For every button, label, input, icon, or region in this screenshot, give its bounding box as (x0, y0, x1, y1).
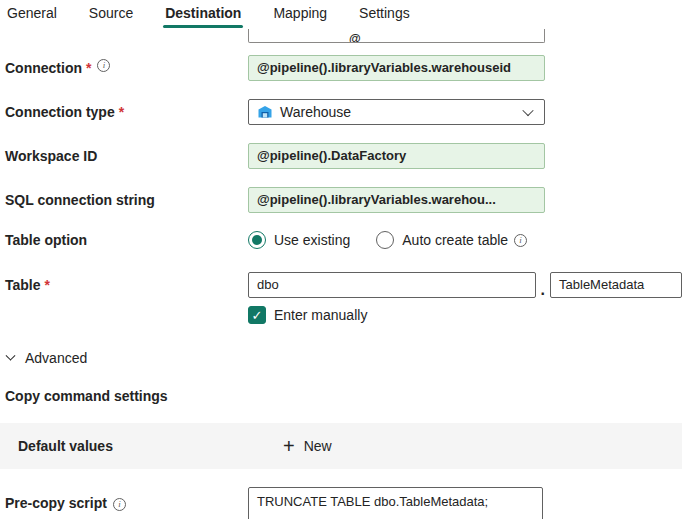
radio-use-existing-label: Use existing (274, 232, 350, 248)
connection-type-value: Warehouse (280, 104, 351, 120)
destination-form: Connection*i @pipeline().libraryVariable… (0, 55, 682, 519)
clipped-field-value: @ (349, 33, 361, 43)
row-sql-connection-string: SQL connection string @pipeline().librar… (0, 187, 682, 213)
chevron-down-icon (6, 350, 16, 360)
pre-copy-script-value: TRUNCATE TABLE dbo.TableMetadata; (257, 494, 488, 509)
new-button-label: New (304, 438, 332, 454)
tab-general[interactable]: General (5, 3, 59, 29)
workspace-id-value: @pipeline().DataFactory (257, 148, 406, 163)
plus-icon: + (283, 438, 295, 454)
tab-settings[interactable]: Settings (357, 3, 412, 29)
table-option-label: Table option (0, 232, 248, 248)
workspace-id-label: Workspace ID (0, 148, 248, 164)
required-asterisk: * (119, 104, 124, 120)
connection-input[interactable]: @pipeline().libraryVariables.warehouseid (248, 55, 545, 81)
advanced-label: Advanced (25, 350, 87, 366)
table-label: Table* (0, 277, 248, 293)
connection-type-label: Connection type* (0, 104, 248, 120)
radio-unselected-icon (376, 231, 394, 249)
connection-type-label-text: Connection type (5, 104, 115, 120)
radio-selected-icon (248, 231, 266, 249)
required-asterisk: * (86, 60, 91, 76)
table-name-value: TableMetadata (559, 277, 644, 292)
table-label-text: Table (5, 277, 41, 293)
sql-connection-string-value: @pipeline().libraryVariables.warehou... (257, 192, 496, 207)
new-button[interactable]: + New (283, 438, 332, 454)
chevron-down-icon (522, 105, 533, 116)
connection-value: @pipeline().libraryVariables.warehouseid (257, 60, 511, 75)
table-option-label-text: Table option (5, 232, 87, 248)
default-values-bar: Default values + New (0, 423, 682, 469)
copy-command-settings-heading: Copy command settings (5, 388, 682, 404)
row-table: Table* dbo . TableMetadata (0, 271, 682, 299)
workspace-id-input[interactable]: @pipeline().DataFactory (248, 143, 545, 169)
info-icon: i (97, 59, 110, 72)
row-workspace-id: Workspace ID @pipeline().DataFactory (0, 143, 682, 169)
table-schema-value: dbo (257, 277, 279, 292)
connection-label: Connection*i (0, 60, 248, 76)
tab-source[interactable]: Source (87, 3, 135, 29)
connection-type-dropdown[interactable]: Warehouse (248, 99, 545, 125)
row-connection: Connection*i @pipeline().libraryVariable… (0, 55, 682, 81)
tab-bar: General Source Destination Mapping Setti… (0, 0, 682, 29)
enter-manually-label: Enter manually (274, 307, 367, 323)
workspace-id-label-text: Workspace ID (5, 148, 97, 164)
table-separator: . (541, 281, 545, 299)
row-pre-copy-script: Pre-copy scripti TRUNCATE TABLE dbo.Tabl… (0, 487, 682, 519)
enter-manually-checkbox[interactable]: ✓ Enter manually (248, 306, 367, 324)
checkbox-checked-icon: ✓ (248, 306, 266, 324)
tab-mapping[interactable]: Mapping (271, 3, 329, 29)
table-name-input[interactable]: TableMetadata (550, 272, 682, 298)
sql-connection-string-label: SQL connection string (0, 192, 248, 208)
row-connection-type: Connection type* Warehouse (0, 99, 682, 125)
table-schema-input[interactable]: dbo (248, 272, 536, 298)
tab-destination[interactable]: Destination (163, 3, 243, 29)
sql-connection-string-input[interactable]: @pipeline().libraryVariables.warehou... (248, 187, 545, 213)
pre-copy-script-label: Pre-copy scripti (0, 487, 248, 511)
copy-activity-destination-panel: General Source Destination Mapping Setti… (0, 0, 682, 519)
table-option-radio-group: Use existing Auto create table i (248, 231, 527, 249)
required-asterisk: * (45, 277, 50, 293)
radio-use-existing[interactable]: Use existing (248, 231, 350, 249)
default-values-label: Default values (18, 438, 283, 454)
row-enter-manually: ✓ Enter manually (0, 306, 682, 324)
pre-copy-script-input[interactable]: TRUNCATE TABLE dbo.TableMetadata; (248, 487, 543, 519)
clipped-scrolled-field[interactable]: @ (248, 29, 545, 43)
radio-auto-create-table[interactable]: Auto create table i (376, 231, 527, 249)
info-icon: i (514, 234, 527, 247)
warehouse-icon (257, 104, 273, 120)
connection-label-text: Connection (5, 60, 82, 76)
info-icon: i (113, 498, 126, 511)
radio-auto-create-label: Auto create table (402, 232, 508, 248)
pre-copy-script-label-text: Pre-copy script (5, 495, 107, 511)
check-icon: ✓ (252, 309, 263, 322)
advanced-toggle[interactable]: Advanced (7, 350, 682, 366)
sql-connection-string-label-text: SQL connection string (5, 192, 155, 208)
row-table-option: Table option Use existing Auto create ta… (0, 231, 682, 249)
